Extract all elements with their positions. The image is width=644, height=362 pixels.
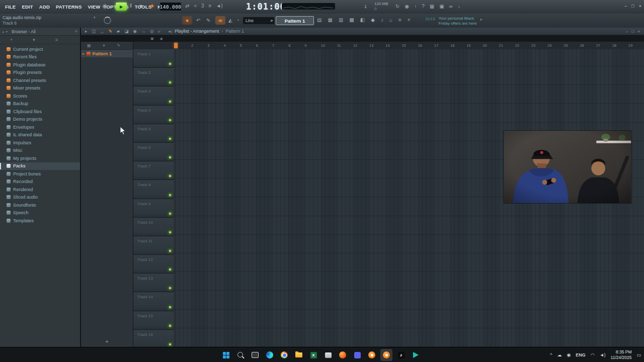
pattern-rename-icon[interactable]: ✎ xyxy=(117,43,121,48)
tempo-tap-icon[interactable]: ♪ xyxy=(381,17,383,23)
channel-rack-icon[interactable]: ▥ xyxy=(339,17,343,23)
recording-arm-button[interactable]: ● xyxy=(182,16,192,25)
minimize-button[interactable]: – xyxy=(624,4,627,9)
track-mute-led[interactable] xyxy=(169,325,171,327)
browser-item-demo-projects[interactable]: Demo projects xyxy=(0,116,80,124)
browser-item-impulses[interactable]: Impulses xyxy=(0,139,80,147)
stop-button[interactable]: ■ xyxy=(139,3,142,9)
track-mute-led[interactable] xyxy=(169,175,171,177)
track-header[interactable]: Track 8 xyxy=(133,180,174,199)
purple-app-icon[interactable] xyxy=(351,349,363,361)
file-dropdown-icon[interactable]: ▾ xyxy=(94,16,96,20)
plugin-icon[interactable]: ◆ xyxy=(371,17,375,23)
browser-item-sliced-audio[interactable]: Sliced audio xyxy=(0,194,80,202)
language-indicator[interactable]: ENG xyxy=(576,352,586,357)
track-header[interactable]: Track 9 xyxy=(133,199,174,218)
browser-item-current-project[interactable]: Current project xyxy=(0,45,80,53)
onedrive-icon[interactable]: ☁ xyxy=(557,352,561,357)
pattern-selector[interactable]: Pattern 1 xyxy=(276,16,314,25)
track-mute-led[interactable] xyxy=(169,138,171,140)
notification-banner[interactable]: 11/13 Your personal Black Friday offers … xyxy=(425,16,482,26)
track-header[interactable]: Track 6 xyxy=(133,143,174,161)
play-button[interactable]: ▶ xyxy=(116,3,127,11)
track-mute-led[interactable] xyxy=(169,194,171,196)
undo-icon[interactable]: ↶ xyxy=(196,18,200,23)
browser-item-my-projects[interactable]: My projects xyxy=(0,154,80,162)
file-explorer-icon[interactable] xyxy=(293,349,305,361)
paint-tool-icon[interactable]: ▰ xyxy=(117,29,120,34)
steps-icon[interactable]: ≡ xyxy=(208,3,211,9)
browser-collapse-icon[interactable]: ▾ xyxy=(33,37,35,42)
pattern-grid-icon[interactable]: ▦ xyxy=(87,43,91,48)
detach-icon[interactable]: ◫ xyxy=(92,29,96,34)
playback-tool-icon[interactable]: ▹ xyxy=(158,29,160,34)
browser-item-mixer-presets[interactable]: Mixer presets xyxy=(0,84,80,93)
update-icon[interactable]: ↑ xyxy=(414,4,417,9)
browser-collapse-down-icon[interactable]: ▾ xyxy=(6,30,8,33)
browser-item-project-bones[interactable]: Project bones xyxy=(0,170,80,178)
browser-item-recent-files[interactable]: Recent files xyxy=(0,53,80,61)
notification-center-icon[interactable]: ▭ xyxy=(636,352,641,357)
loop-record-toggle[interactable]: ∞ xyxy=(215,16,225,25)
piano-roll-icon[interactable]: ▦ xyxy=(328,17,332,23)
magnet-snap-icon[interactable]: ◡ xyxy=(100,29,104,34)
wait-for-input-icon[interactable]: ◔ xyxy=(236,18,239,23)
edit-pencil-icon[interactable]: ✎ xyxy=(206,18,210,23)
track-mute-led[interactable] xyxy=(169,268,171,270)
maximize-button[interactable]: □ xyxy=(631,4,634,9)
track-mute-led[interactable] xyxy=(169,81,171,83)
slip-tool-icon[interactable]: ↔ xyxy=(141,29,146,34)
task-view-icon[interactable] xyxy=(249,349,261,361)
close-all-icon[interactable]: × xyxy=(408,17,411,23)
countdown-icon[interactable]: 3 xyxy=(201,3,204,9)
hidden-icons-chevron[interactable]: ^ xyxy=(550,352,552,357)
taskbar-clock[interactable]: 8:35 PM 11/24/2025 xyxy=(611,349,632,360)
snap-next-icon[interactable]: ▸ xyxy=(271,18,273,23)
menu-item[interactable]: VIEW xyxy=(85,4,103,10)
touch-icon[interactable]: ⌂ xyxy=(389,17,392,23)
network-icon[interactable]: ◠ xyxy=(591,352,595,357)
browser-item-plugin-presets[interactable]: Plugin presets xyxy=(0,69,80,77)
master-volume-icon[interactable]: ◄) xyxy=(216,3,222,9)
typing-keyboard-icon[interactable]: ▦ xyxy=(430,4,434,9)
playlist-scroll-strip[interactable]: ▣◉ xyxy=(133,35,644,42)
track-header[interactable]: Track 15 xyxy=(133,311,174,330)
fl-studio-icon[interactable] xyxy=(366,349,378,361)
track-header[interactable]: Track 11 xyxy=(133,236,174,255)
wave-icon[interactable]: ≈ xyxy=(194,3,197,9)
microphone-icon[interactable]: ◉ xyxy=(567,352,571,357)
playlist-overview-strip[interactable] xyxy=(282,3,335,10)
track-header[interactable]: Track 5 xyxy=(133,124,174,143)
track-header[interactable]: Track 10 xyxy=(133,218,174,236)
track-header[interactable]: Track 14 xyxy=(133,292,174,311)
pointer-tool-icon[interactable]: ▸ xyxy=(85,29,87,34)
track-mute-led[interactable] xyxy=(169,287,171,289)
browser-item-clipboard-files[interactable]: Clipboard files xyxy=(0,108,80,116)
track-mute-led[interactable] xyxy=(169,119,171,121)
time-display[interactable]: 1:01:00 xyxy=(246,2,286,12)
browser-item-channel-presets[interactable]: Channel presets xyxy=(0,76,80,84)
recording-status-icon[interactable]: ◉ xyxy=(405,4,409,9)
link-controllers-icon[interactable]: ∞ xyxy=(449,4,453,9)
monitor-icon[interactable]: ▣ xyxy=(439,4,444,9)
pattern-list-item-pattern-1[interactable]: ▸ Pattern 1 xyxy=(81,50,133,57)
download-icon[interactable]: ↓ xyxy=(458,4,460,9)
delete-tool-icon[interactable]: ◪ xyxy=(124,29,128,34)
browser-item-packs[interactable]: Packs xyxy=(0,162,80,170)
menu-item[interactable]: PATTERNS xyxy=(53,4,85,10)
track-mute-led[interactable] xyxy=(169,156,171,158)
playhead-marker[interactable] xyxy=(174,43,178,48)
playlist-close-button[interactable]: × xyxy=(637,29,640,34)
metronome-icon[interactable]: ◭ xyxy=(228,18,232,23)
track-header[interactable]: Track 16 xyxy=(133,330,174,347)
snap-selector[interactable]: Line ▾ xyxy=(243,17,274,24)
browser-up-icon[interactable]: + xyxy=(10,37,13,42)
playlist-maximize-button[interactable]: □ xyxy=(631,29,634,34)
loop-record-icon[interactable]: ◉ xyxy=(160,37,163,41)
track-mute-led[interactable] xyxy=(169,101,171,103)
browser-item-plugin-database[interactable]: Plugin database xyxy=(0,61,80,69)
browser-item-backup[interactable]: Backup xyxy=(0,100,80,108)
browser-menu-icon[interactable]: ≡ xyxy=(75,29,77,34)
save-disc-icon[interactable]: ◉ xyxy=(102,3,107,9)
track-mute-led[interactable] xyxy=(169,213,171,215)
